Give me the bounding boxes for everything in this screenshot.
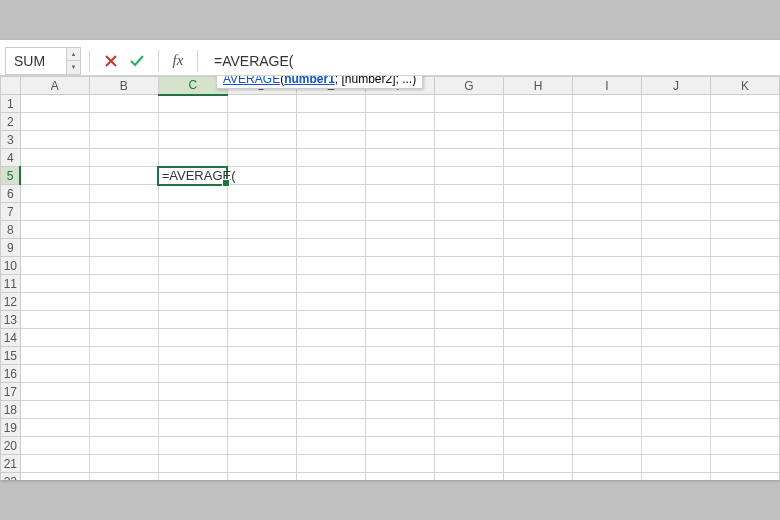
cell[interactable] [710,131,779,149]
cell[interactable] [434,131,503,149]
cell[interactable] [573,437,642,455]
cell[interactable] [641,239,710,257]
cell[interactable] [573,473,642,481]
cell[interactable] [365,221,434,239]
cell[interactable] [365,275,434,293]
cell[interactable] [641,257,710,275]
cell[interactable] [434,311,503,329]
cell[interactable] [296,221,365,239]
cell[interactable] [573,401,642,419]
cell[interactable] [434,329,503,347]
cell[interactable] [434,347,503,365]
cell[interactable] [158,437,227,455]
spinner-up-icon[interactable]: ▲ [67,48,80,62]
cell[interactable] [503,149,572,167]
row-header[interactable]: 16 [1,365,21,383]
cell[interactable] [434,419,503,437]
cell[interactable] [227,257,296,275]
cell[interactable] [365,311,434,329]
cell[interactable] [158,473,227,481]
cell[interactable] [641,185,710,203]
row-header[interactable]: 15 [1,347,21,365]
name-box[interactable]: SUM ▲ ▼ [5,47,81,75]
cell[interactable] [227,167,296,185]
cell[interactable] [710,437,779,455]
column-header[interactable]: A [20,77,89,95]
cell[interactable] [158,203,227,221]
cell[interactable] [710,329,779,347]
cell[interactable] [641,203,710,221]
cell[interactable] [503,293,572,311]
cell[interactable] [20,347,89,365]
cell[interactable] [503,329,572,347]
cell[interactable] [89,185,158,203]
cell[interactable] [227,113,296,131]
select-all-corner[interactable] [1,77,21,95]
cell[interactable] [503,185,572,203]
cell[interactable] [158,347,227,365]
cell[interactable] [641,293,710,311]
column-header[interactable]: J [641,77,710,95]
cell[interactable] [158,239,227,257]
cell[interactable] [434,383,503,401]
cell[interactable] [20,131,89,149]
cell[interactable] [503,257,572,275]
cell[interactable] [573,329,642,347]
cell[interactable] [158,95,227,113]
cell[interactable] [710,311,779,329]
cell[interactable] [434,275,503,293]
cell[interactable] [20,95,89,113]
cell[interactable] [20,167,89,185]
cell[interactable] [89,257,158,275]
row-header[interactable]: 19 [1,419,21,437]
cell[interactable] [227,347,296,365]
cell[interactable] [227,365,296,383]
cell[interactable] [573,131,642,149]
cell[interactable] [710,185,779,203]
cell[interactable] [227,383,296,401]
cell[interactable] [434,365,503,383]
cell[interactable] [434,221,503,239]
cell[interactable] [365,365,434,383]
cell[interactable] [365,383,434,401]
cell[interactable] [296,185,365,203]
cell[interactable] [710,203,779,221]
cell[interactable] [434,203,503,221]
cell[interactable] [710,401,779,419]
cell[interactable] [641,383,710,401]
cell[interactable] [296,95,365,113]
cell[interactable] [573,347,642,365]
cell[interactable] [365,131,434,149]
cell[interactable] [89,401,158,419]
cell[interactable] [20,401,89,419]
cell[interactable] [89,113,158,131]
cell[interactable] [227,203,296,221]
cell[interactable] [641,401,710,419]
cell[interactable] [89,221,158,239]
cell[interactable] [503,383,572,401]
cell[interactable] [227,311,296,329]
cell[interactable] [89,347,158,365]
cell[interactable] [20,329,89,347]
cell[interactable] [227,131,296,149]
cell[interactable] [503,113,572,131]
cell[interactable] [503,347,572,365]
cell[interactable] [227,473,296,481]
cell[interactable] [227,221,296,239]
cell[interactable] [641,149,710,167]
tooltip-active-arg[interactable]: number1 [284,76,335,86]
cell[interactable] [641,221,710,239]
fx-button[interactable]: fx [167,52,189,69]
cell[interactable] [365,329,434,347]
cell[interactable] [20,257,89,275]
grid-area[interactable]: ABCDEFGHIJK 12345=AVERAGE(67891011121314… [0,76,780,480]
cell[interactable] [365,113,434,131]
cell[interactable] [20,149,89,167]
cell[interactable] [573,419,642,437]
cell[interactable] [89,419,158,437]
cell[interactable] [20,293,89,311]
cell[interactable] [158,401,227,419]
cell[interactable] [89,383,158,401]
column-header[interactable]: G [434,77,503,95]
cell[interactable] [227,437,296,455]
